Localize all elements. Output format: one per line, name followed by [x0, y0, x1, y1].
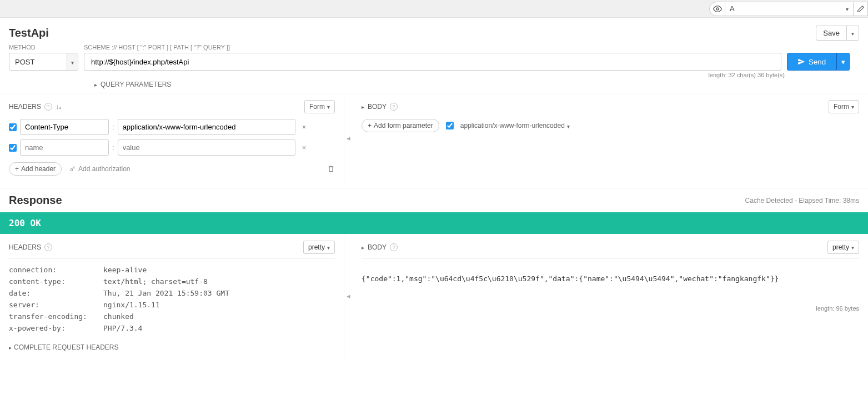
pretty-label: pretty [308, 243, 325, 251]
edit-environment-button[interactable] [854, 2, 868, 16]
headers-format-select[interactable]: Form [304, 100, 335, 113]
add-authorization-link[interactable]: Add authorization [69, 165, 130, 173]
body-format-select[interactable]: Form [829, 100, 859, 113]
response-status: 200 OK [0, 212, 868, 234]
response-body-content[interactable]: {"code":1,"msg":"\u64cd\u4f5c\u6210\u529… [362, 266, 859, 283]
header-key: transfer-encoding: [9, 312, 103, 321]
send-dropdown[interactable]: ▾ [836, 53, 850, 71]
body-label-group: BODY ? [362, 103, 398, 111]
help-icon[interactable]: ? [390, 243, 398, 251]
chevron-down-icon [851, 243, 854, 251]
chevron-right-icon [9, 343, 12, 351]
colon: : [112, 143, 114, 152]
header-enable-checkbox[interactable] [9, 123, 17, 131]
save-button-group: Save [816, 26, 859, 41]
remove-header-button[interactable]: × [299, 143, 310, 152]
environment-group: A [709, 2, 854, 16]
sort-icon[interactable]: ↓ₐ [56, 103, 62, 111]
response-body-panel: BODY ? pretty {"code":1,"msg":"\u64cd\u4… [353, 234, 868, 358]
body-label: BODY [368, 103, 387, 111]
clear-headers-button[interactable] [327, 165, 335, 173]
table-row: server:nginx/1.15.11 [9, 301, 335, 309]
complete-headers-label: COMPLETE REQUEST HEADERS [14, 343, 118, 351]
response-headers-header: HEADERS ? pretty [9, 241, 335, 259]
header-row: : × [9, 139, 335, 156]
chevron-down-icon [846, 4, 849, 13]
help-icon[interactable]: ? [44, 103, 52, 111]
table-row: transfer-encoding:chunked [9, 312, 335, 321]
headers-panel-header: HEADERS ? ↓ₐ Form [9, 100, 335, 113]
url-label: SCHEME :// HOST [ ":" PORT ] [ PATH [ "?… [84, 44, 781, 51]
query-parameters-label: QUERY PARAMETERS [101, 81, 171, 88]
response-panels: HEADERS ? pretty connection:keep-alive c… [0, 234, 868, 358]
header-value: text/html; charset=utf-8 [103, 277, 208, 286]
chevron-left-icon: ◂ [344, 292, 353, 300]
header-row: : × [9, 119, 335, 135]
body-options: + Add form parameter application/x-www-f… [362, 119, 859, 132]
plus-icon: + [368, 122, 372, 129]
add-header-button[interactable]: + Add header [9, 162, 62, 176]
response-section: Response Cache Detected - Elapsed Time: … [0, 188, 868, 358]
header-name-input[interactable] [20, 119, 109, 135]
body-format-label: Form [834, 103, 849, 111]
content-type-checkbox[interactable] [446, 122, 454, 129]
content-type-value: application/x-www-form-urlencoded [460, 122, 565, 129]
header-value-input[interactable] [118, 139, 295, 156]
help-icon[interactable]: ? [44, 243, 52, 251]
header-key: server: [9, 301, 103, 309]
headers-view-select[interactable]: pretty [303, 241, 335, 254]
request-title: TestApi [9, 27, 49, 39]
body-panel-header: BODY ? Form [362, 100, 859, 113]
method-select[interactable]: POST [9, 53, 78, 71]
add-form-parameter-button[interactable]: + Add form parameter [362, 119, 439, 132]
chevron-down-icon [851, 29, 854, 37]
colon: : [112, 123, 114, 131]
body-panel: BODY ? Form + Add form parameter applica… [353, 93, 868, 182]
remove-header-button[interactable]: × [299, 123, 310, 131]
header-name-input[interactable] [20, 139, 109, 156]
svg-point-0 [716, 8, 719, 10]
content-type-select[interactable]: application/x-www-form-urlencoded [460, 122, 570, 130]
preview-toggle[interactable] [710, 2, 725, 16]
header-key: x-powered-by: [9, 324, 103, 332]
complete-request-headers-toggle[interactable]: COMPLETE REQUEST HEADERS [9, 343, 335, 351]
pretty-label: pretty [832, 243, 849, 251]
header-enable-checkbox[interactable] [9, 144, 17, 152]
url-length-hint: length: 32 char(s) 36 byte(s) [0, 72, 868, 78]
key-icon [69, 166, 76, 172]
method-label: METHOD [9, 44, 78, 51]
url-input[interactable] [84, 53, 781, 71]
header-value: Thu, 21 Jan 2021 15:59:03 GMT [103, 289, 229, 297]
table-row: x-powered-by:PHP/7.3.4 [9, 324, 335, 332]
request-row: METHOD POST SCHEME :// HOST [ ":" PORT ]… [0, 44, 868, 73]
table-row: content-type:text/html; charset=utf-8 [9, 277, 335, 286]
help-icon[interactable]: ? [390, 103, 398, 111]
body-view-select[interactable]: pretty [827, 241, 859, 254]
headers-actions: + Add header Add authorization [9, 162, 335, 176]
save-dropdown[interactable] [847, 26, 859, 41]
header-value: keep-alive [103, 266, 147, 274]
query-parameters-toggle[interactable]: QUERY PARAMETERS [0, 78, 868, 93]
request-panels: HEADERS ? ↓ₐ Form : × : × + [0, 93, 868, 182]
chevron-down-icon [851, 103, 854, 111]
environment-select[interactable]: A [725, 2, 853, 16]
header-key: date: [9, 289, 103, 297]
headers-label: HEADERS [9, 103, 41, 111]
table-row: connection:keep-alive [9, 266, 335, 274]
save-button[interactable]: Save [816, 26, 847, 41]
chevron-down-icon [71, 58, 74, 66]
panel-collapse-left[interactable]: ◂ [344, 93, 353, 182]
chevron-down-icon [327, 103, 330, 111]
response-collapse-left[interactable]: ◂ [344, 234, 353, 358]
response-headers-label: HEADERS [9, 243, 41, 251]
send-button[interactable]: Send [787, 53, 836, 71]
response-headers-panel: HEADERS ? pretty connection:keep-alive c… [0, 234, 344, 358]
topbar: A [0, 0, 868, 18]
header-value: chunked [103, 312, 134, 321]
header-value: PHP/7.3.4 [103, 324, 142, 332]
header-value-input[interactable] [118, 119, 295, 135]
plus-icon: + [15, 165, 19, 173]
method-value: POST [9, 58, 67, 66]
add-param-label: Add form parameter [374, 122, 433, 129]
response-headers-label-group: HEADERS ? [9, 243, 52, 251]
